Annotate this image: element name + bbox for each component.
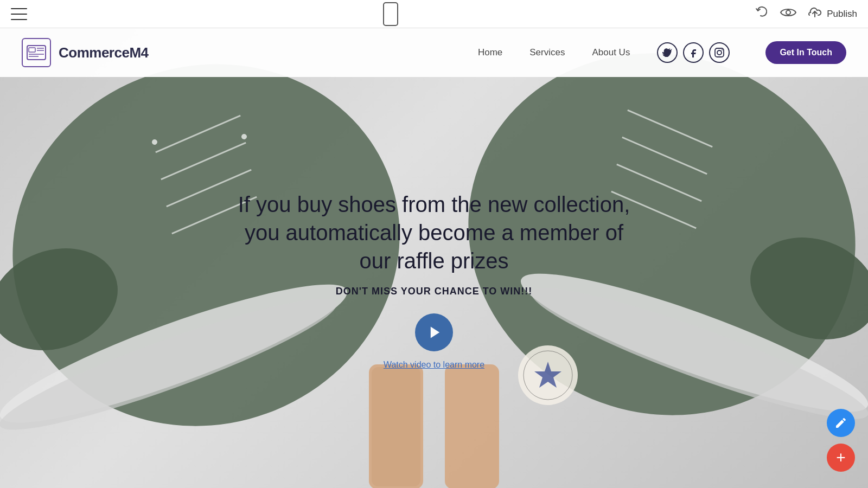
hero-section: CommerceM4 Home Services About Us — [0, 28, 868, 488]
twitter-icon[interactable] — [657, 42, 678, 63]
svg-point-0 — [786, 10, 790, 15]
instagram-icon[interactable] — [709, 42, 730, 63]
svg-rect-20 — [445, 364, 499, 488]
undo-icon[interactable] — [754, 5, 769, 23]
svg-point-33 — [722, 49, 723, 50]
nav-about-us[interactable]: About Us — [592, 47, 630, 58]
site-page: CommerceM4 Home Services About Us — [0, 28, 868, 488]
editor-bar-left — [11, 8, 27, 20]
fab-area: + — [827, 409, 855, 472]
svg-marker-34 — [431, 326, 439, 338]
social-icons — [657, 42, 730, 63]
editor-bar-center — [383, 2, 398, 26]
plus-icon: + — [836, 448, 846, 467]
svg-rect-26 — [29, 48, 35, 52]
nav-home[interactable]: Home — [478, 47, 502, 58]
svg-point-32 — [717, 50, 722, 55]
site-nav: Home Services About Us — [478, 41, 846, 64]
play-button[interactable] — [415, 313, 453, 351]
editor-bar: Publish — [0, 0, 868, 28]
cloud-upload-icon — [807, 7, 822, 21]
logo-area[interactable]: CommerceM4 — [22, 38, 149, 67]
site-header: CommerceM4 Home Services About Us — [0, 28, 868, 77]
svg-rect-21 — [372, 367, 420, 486]
watch-video-link[interactable]: Watch video to learn more — [384, 360, 484, 370]
facebook-icon[interactable] — [683, 42, 704, 63]
publish-button[interactable]: Publish — [807, 7, 857, 21]
hero-subheadline: DON'T MISS YOUR CHANCE TO WIN!!! — [228, 286, 640, 297]
hero-headline: If you buy shoes from the new collection… — [228, 190, 640, 275]
fab-add-button[interactable]: + — [827, 444, 855, 472]
get-in-touch-button[interactable]: Get In Touch — [765, 41, 846, 64]
hamburger-menu-icon[interactable] — [11, 8, 27, 20]
nav-services[interactable]: Services — [529, 47, 565, 58]
site-name: CommerceM4 — [59, 44, 149, 61]
editor-bar-right: Publish — [754, 5, 857, 23]
hero-content: If you buy shoes from the new collection… — [217, 190, 651, 370]
preview-eye-icon[interactable] — [780, 7, 796, 22]
play-button-wrapper: Watch video to learn more — [228, 313, 640, 370]
publish-label: Publish — [827, 9, 857, 20]
fab-edit-button[interactable] — [827, 409, 855, 437]
nav-links: Home Services About Us — [478, 47, 630, 58]
logo-icon — [22, 38, 51, 67]
mobile-preview-icon[interactable] — [383, 2, 398, 26]
